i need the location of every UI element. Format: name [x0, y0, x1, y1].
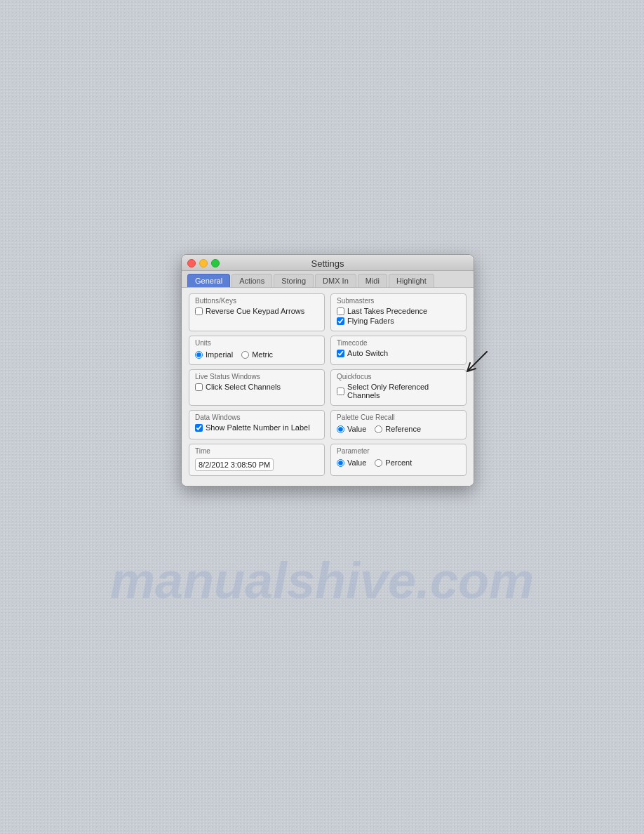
palette-reference-label: Reference: [385, 425, 421, 433]
timecode-label: Timecode: [337, 339, 460, 347]
auto-switch-row: Auto Switch: [337, 349, 460, 357]
click-select-row: Click Select Channels: [195, 383, 318, 391]
row-3: Live Status Windows Click Select Channel…: [189, 369, 467, 406]
submasters-label: Submasters: [337, 297, 460, 305]
tab-dmxin[interactable]: DMX In: [315, 274, 356, 287]
metric-label: Metric: [252, 350, 273, 359]
tab-storing[interactable]: Storing: [274, 274, 314, 287]
live-status-label: Live Status Windows: [195, 373, 318, 380]
flying-faders-checkbox[interactable]: [337, 317, 344, 325]
last-takes-checkbox[interactable]: [337, 307, 344, 315]
reverse-cue-label: Reverse Cue Keypad Arrows: [206, 307, 304, 315]
parameter-value-row: Value: [337, 458, 366, 467]
parameter-section: Parameter Value Percent: [330, 444, 467, 476]
timecode-section: Timecode Auto Switch: [330, 336, 467, 365]
row-5: Time 8/2/2012 3:08:50 PM Parameter Value…: [189, 444, 467, 476]
buttons-keys-section: Buttons/Keys Reverse Cue Keypad Arrows: [189, 293, 325, 331]
minimize-button[interactable]: [199, 259, 208, 267]
auto-switch-label: Auto Switch: [347, 349, 388, 357]
parameter-percent-row: Percent: [375, 458, 412, 467]
tab-midi[interactable]: Midi: [358, 274, 387, 287]
quickfocus-label: Quickfocus: [337, 373, 460, 380]
data-windows-label: Data Windows: [195, 413, 318, 421]
buttons-keys-label: Buttons/Keys: [195, 297, 318, 305]
flying-faders-label: Flying Faders: [347, 317, 394, 325]
select-only-row: Select Only Referenced Channels: [337, 383, 460, 399]
units-radio-group: Imperial Metric: [195, 349, 318, 360]
palette-cue-radio-group: Value Reference: [337, 423, 460, 435]
units-section: Units Imperial Metric: [189, 336, 325, 365]
palette-cue-recall-section: Palette Cue Recall Value Reference: [330, 410, 467, 439]
last-takes-label: Last Takes Precedence: [347, 307, 427, 315]
auto-switch-checkbox[interactable]: [337, 350, 344, 357]
parameter-radio-group: Value Percent: [337, 457, 460, 468]
flying-faders-row: Flying Faders: [337, 317, 460, 325]
parameter-label: Parameter: [337, 447, 460, 455]
settings-dialog: Settings General Actions Storing DMX In …: [181, 254, 474, 486]
tab-actions[interactable]: Actions: [232, 274, 272, 287]
imperial-label: Imperial: [206, 350, 233, 359]
palette-reference-row: Reference: [375, 425, 421, 433]
settings-content: Buttons/Keys Reverse Cue Keypad Arrows S…: [182, 288, 474, 486]
maximize-button[interactable]: [211, 259, 220, 267]
watermark: manualshive.com: [110, 552, 534, 609]
parameter-percent-label: Percent: [385, 458, 412, 467]
imperial-radio[interactable]: [195, 351, 203, 359]
select-only-label: Select Only Referenced Channels: [347, 383, 460, 399]
click-select-checkbox[interactable]: [195, 383, 203, 391]
metric-row: Metric: [241, 350, 273, 359]
close-button[interactable]: [187, 259, 196, 267]
time-section: Time 8/2/2012 3:08:50 PM: [189, 444, 325, 476]
data-windows-section: Data Windows Show Palette Number in Labe…: [189, 410, 325, 439]
show-palette-label: Show Palette Number in Label: [206, 423, 310, 432]
palette-reference-radio[interactable]: [375, 425, 382, 433]
row-1: Buttons/Keys Reverse Cue Keypad Arrows S…: [189, 293, 467, 331]
tab-bar: General Actions Storing DMX In Midi High…: [182, 271, 474, 288]
window-controls: [187, 259, 220, 267]
submasters-section: Submasters Last Takes Precedence Flying …: [330, 293, 467, 331]
live-status-section: Live Status Windows Click Select Channel…: [189, 369, 325, 406]
tab-general[interactable]: General: [187, 274, 230, 287]
parameter-percent-radio[interactable]: [375, 459, 382, 467]
row-4: Data Windows Show Palette Number in Labe…: [189, 410, 467, 439]
imperial-row: Imperial: [195, 350, 233, 359]
time-label: Time: [195, 447, 318, 455]
row-2: Units Imperial Metric Timecode Auto: [189, 336, 467, 365]
palette-value-radio[interactable]: [337, 425, 344, 433]
palette-cue-recall-label: Palette Cue Recall: [337, 413, 460, 421]
quickfocus-section: Quickfocus Select Only Referenced Channe…: [330, 369, 467, 406]
parameter-value-label: Value: [347, 458, 366, 467]
title-bar: Settings: [182, 255, 474, 271]
parameter-value-radio[interactable]: [337, 459, 344, 467]
units-label: Units: [195, 339, 318, 347]
select-only-checkbox[interactable]: [337, 388, 344, 395]
show-palette-checkbox[interactable]: [195, 424, 203, 432]
window-title: Settings: [311, 258, 344, 269]
reverse-cue-checkbox[interactable]: [195, 307, 203, 315]
tab-highlight[interactable]: Highlight: [389, 274, 434, 287]
last-takes-row: Last Takes Precedence: [337, 307, 460, 315]
click-select-label: Click Select Channels: [206, 383, 281, 391]
show-palette-row: Show Palette Number in Label: [195, 423, 318, 432]
metric-radio[interactable]: [241, 351, 249, 359]
reverse-cue-row: Reverse Cue Keypad Arrows: [195, 307, 318, 315]
time-value: 8/2/2012 3:08:50 PM: [195, 458, 274, 471]
palette-value-row: Value: [337, 425, 366, 433]
palette-value-label: Value: [347, 425, 366, 433]
